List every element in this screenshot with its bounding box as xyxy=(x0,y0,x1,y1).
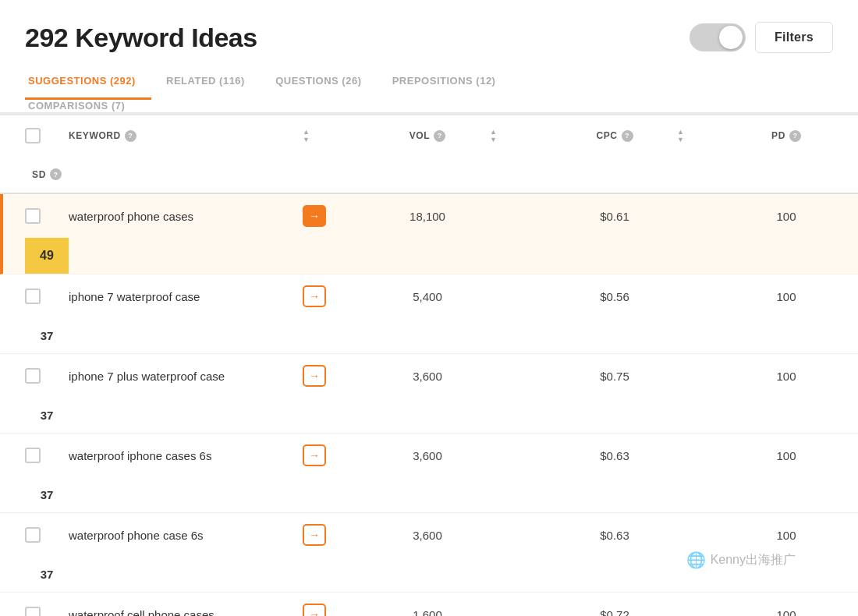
row-cpc-spacer xyxy=(677,285,739,307)
row-checkbox-cell xyxy=(25,357,69,395)
row-cpc: $0.75 xyxy=(552,359,677,394)
row-sd: 37 xyxy=(25,477,69,512)
keyword-arrow-btn[interactable]: → xyxy=(303,524,326,546)
cpc-info-icon[interactable]: ? xyxy=(622,130,633,142)
row-arrow-cell: → xyxy=(303,513,365,557)
row-checkbox-cell xyxy=(25,437,69,474)
table-row: waterproof phone cases → 18,100 $0.61 10… xyxy=(0,194,858,274)
col-pd: PD ? xyxy=(739,118,833,154)
row-pd: 100 xyxy=(739,279,833,314)
col-keyword-sort[interactable]: ▲ ▼ xyxy=(303,116,365,156)
tab-questions[interactable]: QUESTIONS (26) xyxy=(272,67,377,100)
keyword-arrow-btn[interactable]: → xyxy=(303,444,326,466)
toggle-knob xyxy=(719,26,743,49)
table-row: waterproof iphone cases 6s → 3,600 $0.63… xyxy=(0,434,858,513)
row-sd: 37 xyxy=(25,398,69,433)
vol-sort-arrows[interactable]: ▲ ▼ xyxy=(490,129,498,143)
row-vol: 3,600 xyxy=(365,438,490,473)
row-vol-spacer xyxy=(490,205,552,227)
row-checkbox[interactable] xyxy=(25,368,41,384)
row-pd: 100 xyxy=(739,359,833,394)
row-keyword: waterproof iphone cases 6s xyxy=(69,438,303,473)
tab-suggestions[interactable]: SUGGESTIONS (292) xyxy=(25,67,151,100)
row-checkbox[interactable] xyxy=(25,527,41,543)
vol-info-icon[interactable]: ? xyxy=(434,130,445,142)
header-controls: Filters xyxy=(690,22,833,53)
row-vol: 1,600 xyxy=(365,597,490,617)
row-pd: 100 xyxy=(739,597,833,617)
keyword-text: waterproof iphone cases 6s xyxy=(69,449,211,462)
keyword-arrow-btn[interactable]: → xyxy=(303,285,326,307)
row-cpc: $0.72 xyxy=(552,597,677,617)
row-sd: 37 xyxy=(25,557,69,592)
row-cpc: $0.63 xyxy=(552,438,677,473)
row-keyword: waterproof phone cases xyxy=(69,199,303,234)
row-keyword: waterproof phone case 6s xyxy=(69,518,303,553)
toggle-switch[interactable] xyxy=(690,23,746,51)
row-keyword: iphone 7 waterproof case xyxy=(69,279,303,314)
row-keyword: waterproof cell phone cases xyxy=(69,597,303,617)
row-arrow-cell: → xyxy=(303,434,365,477)
row-checkbox[interactable] xyxy=(25,607,41,616)
row-cpc-spacer xyxy=(677,524,739,546)
keyword-info-icon[interactable]: ? xyxy=(125,130,136,142)
pd-info-icon[interactable]: ? xyxy=(789,130,801,142)
row-vol-spacer xyxy=(490,285,552,307)
tabs-bar: SUGGESTIONS (292) RELATED (116) QUESTION… xyxy=(0,67,858,114)
page-header: 292 Keyword Ideas Filters xyxy=(0,0,858,67)
keyword-sort-arrows[interactable]: ▲ ▼ xyxy=(303,129,310,143)
header-checkbox[interactable] xyxy=(25,128,41,143)
row-vol-spacer xyxy=(490,524,552,546)
row-arrow-cell: → xyxy=(303,274,365,318)
page-title: 292 Keyword Ideas xyxy=(25,23,257,53)
cpc-sort-arrows[interactable]: ▲ ▼ xyxy=(677,129,685,143)
row-cpc-spacer xyxy=(677,604,739,616)
keyword-arrow-btn[interactable]: → xyxy=(303,205,326,227)
row-sd: 37 xyxy=(25,318,69,353)
row-pd: 100 xyxy=(739,438,833,473)
row-checkbox[interactable] xyxy=(25,208,41,224)
tab-prepositions[interactable]: PREPOSITIONS (12) xyxy=(389,67,512,100)
row-cpc: $0.63 xyxy=(552,518,677,553)
keyword-text: waterproof cell phone cases xyxy=(69,608,214,617)
row-arrow-cell: → xyxy=(303,194,365,238)
keyword-text: iphone 7 waterproof case xyxy=(69,290,200,303)
table-row: waterproof phone case 6s → 3,600 $0.63 1… xyxy=(0,513,858,593)
table-row: iphone 7 waterproof case → 5,400 $0.56 1… xyxy=(0,274,858,354)
row-cpc: $0.56 xyxy=(552,279,677,314)
row-checkbox-cell xyxy=(25,516,69,554)
col-vol-sort[interactable]: ▲ ▼ xyxy=(490,116,552,156)
row-arrow-cell: → xyxy=(303,354,365,398)
row-vol-spacer xyxy=(490,604,552,616)
row-checkbox-cell xyxy=(25,596,69,616)
row-vol: 18,100 xyxy=(365,199,490,234)
keyword-text: waterproof phone case 6s xyxy=(69,529,204,542)
col-cpc: CPC ? xyxy=(552,118,677,154)
row-arrow-cell: → xyxy=(303,593,365,616)
sd-info-icon[interactable]: ? xyxy=(50,168,62,180)
row-pd: 100 xyxy=(739,199,833,234)
row-checkbox[interactable] xyxy=(25,448,41,463)
row-cpc-spacer xyxy=(677,365,739,387)
row-checkbox-cell xyxy=(25,278,69,315)
filters-button[interactable]: Filters xyxy=(755,22,833,53)
keyword-text: waterproof phone cases xyxy=(69,210,193,223)
table-body: waterproof phone cases → 18,100 $0.61 10… xyxy=(0,194,858,616)
tab-related[interactable]: RELATED (116) xyxy=(163,67,261,100)
table-row: iphone 7 plus waterproof case → 3,600 $0… xyxy=(0,354,858,434)
row-cpc: $0.61 xyxy=(552,199,677,234)
col-vol: VOL ? xyxy=(365,118,490,154)
row-pd: 100 xyxy=(739,518,833,553)
col-sd: SD ? xyxy=(25,156,69,193)
row-vol-spacer xyxy=(490,365,552,387)
col-cpc-sort[interactable]: ▲ ▼ xyxy=(677,116,739,156)
row-checkbox[interactable] xyxy=(25,289,41,304)
keyword-arrow-btn[interactable]: → xyxy=(303,604,326,616)
row-vol: 3,600 xyxy=(365,518,490,553)
row-vol-spacer xyxy=(490,444,552,466)
row-cpc-spacer xyxy=(677,444,739,466)
keyword-table: KEYWORD ? ▲ ▼ VOL ? ▲ ▼ CPC ? ▲ ▼ xyxy=(0,114,858,616)
keyword-arrow-btn[interactable]: → xyxy=(303,365,326,387)
col-keyword: KEYWORD ? xyxy=(69,118,303,154)
row-sd: 49 xyxy=(25,238,69,274)
